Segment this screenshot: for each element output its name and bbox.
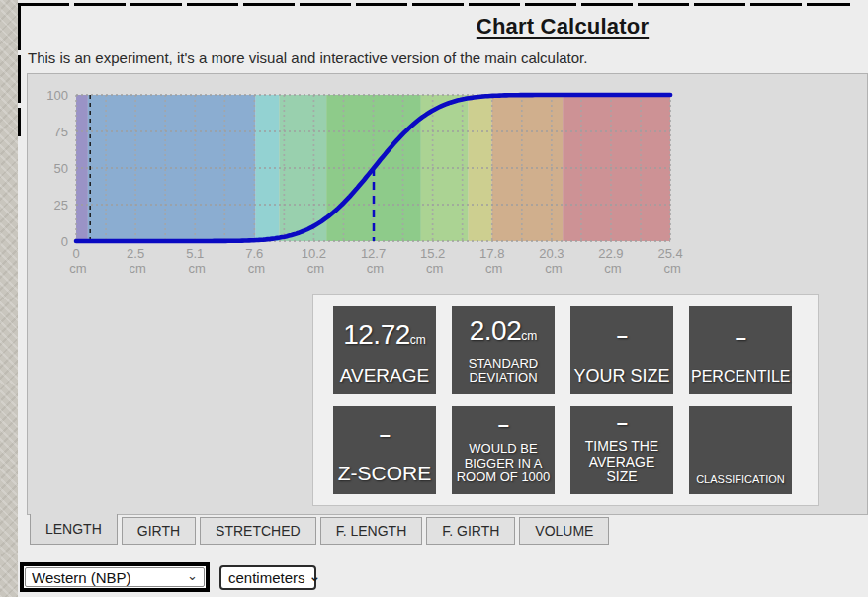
stat-average-label: AVERAGE	[333, 365, 436, 394]
svg-text:17.8: 17.8	[479, 246, 504, 261]
svg-text:cm: cm	[367, 261, 384, 276]
stat-standard-deviation-number: 2.02	[470, 315, 522, 347]
stat-average-number: 12.72	[343, 319, 410, 351]
stat-average-value: 12.72cm	[333, 306, 436, 365]
svg-text:100: 100	[46, 88, 68, 103]
stat-your-size-number: –	[617, 324, 628, 347]
svg-text:25: 25	[54, 198, 68, 213]
chart-panel: 02550751000cm2.5cm5.1cm7.6cm10.2cm12.7cm…	[27, 73, 868, 515]
tab-volume[interactable]: VOLUME	[519, 517, 609, 545]
region-select[interactable]: Western (NBP) ⌄	[25, 567, 205, 587]
svg-text:cm: cm	[129, 261, 145, 276]
stat-room-of-1000-value: –	[452, 406, 555, 442]
svg-text:75: 75	[54, 125, 68, 139]
stat-your-size: –YOUR SIZE	[570, 306, 673, 394]
dropdown-chevron-icon: ⌄	[187, 569, 198, 582]
stat-z-score-label: Z-SCORE	[333, 462, 436, 494]
stat-your-size-label: YOUR SIZE	[570, 366, 673, 394]
stat-standard-deviation-unit: cm	[521, 329, 537, 343]
svg-text:20.3: 20.3	[539, 246, 564, 261]
stat-classification-value	[689, 406, 792, 473]
stat-percentile-label: PERCENTILE	[689, 368, 792, 394]
region-select-value: Western (NBP)	[32, 569, 183, 586]
tab-stretched[interactable]: STRETCHED	[200, 517, 316, 545]
svg-text:2.5: 2.5	[127, 246, 144, 261]
stat-percentile-number: –	[736, 326, 746, 349]
svg-text:0: 0	[61, 234, 68, 249]
stat-z-score-number: –	[380, 423, 391, 446]
stat-room-of-1000-label: WOULD BE BIGGER IN A ROOM OF 1000	[452, 442, 555, 494]
stat-z-score-value: –	[333, 406, 436, 462]
svg-text:cm: cm	[663, 261, 680, 276]
tab-f-girth[interactable]: F. GIRTH	[426, 517, 515, 545]
svg-text:5.1: 5.1	[186, 246, 204, 261]
stat-standard-deviation-value: 2.02cm	[452, 306, 555, 357]
page-background: Chart Calculator This is an experiment, …	[18, 0, 868, 597]
unit-select-value: centimeters	[228, 569, 305, 586]
svg-text:cm: cm	[545, 261, 562, 276]
svg-text:cm: cm	[248, 261, 265, 276]
stats-panel: 12.72cmAVERAGE2.02cmSTANDARD DEVIATION–Y…	[312, 294, 819, 506]
tab-f-length[interactable]: F. LENGTH	[320, 517, 423, 545]
svg-text:7.6: 7.6	[245, 246, 263, 261]
page-subtitle: This is an experiment, it's a more visua…	[28, 49, 587, 66]
svg-text:0: 0	[72, 246, 79, 261]
x-axis-labels: 0cm2.5cm5.1cm7.6cm10.2cm12.7cm15.2cm17.8…	[69, 246, 682, 276]
svg-text:15.2: 15.2	[420, 246, 445, 261]
stat-z-score: –Z-SCORE	[333, 406, 436, 494]
stat-standard-deviation-label: STANDARD DEVIATION	[452, 357, 555, 394]
tab-length[interactable]: LENGTH	[30, 514, 118, 545]
region-select-focus-ring: Western (NBP) ⌄	[20, 562, 210, 592]
stat-percentile-value: –	[689, 306, 792, 368]
y-axis-labels: 0255075100	[46, 88, 68, 249]
distribution-chart[interactable]: 02550751000cm2.5cm5.1cm7.6cm10.2cm12.7cm…	[28, 74, 867, 287]
svg-text:50: 50	[54, 161, 68, 176]
stat-times-average-size-label: TIMES THE AVERAGE SIZE	[570, 439, 673, 494]
svg-text:22.9: 22.9	[598, 246, 623, 261]
stat-times-average-size-number: –	[617, 411, 628, 434]
stat-average: 12.72cmAVERAGE	[333, 306, 436, 394]
svg-text:12.7: 12.7	[361, 246, 386, 261]
stat-times-average-size: –TIMES THE AVERAGE SIZE	[570, 406, 673, 494]
unit-select[interactable]: centimeters ⌄	[219, 565, 316, 590]
svg-text:cm: cm	[69, 261, 86, 276]
svg-text:cm: cm	[189, 261, 206, 276]
tab-girth[interactable]: GIRTH	[122, 517, 196, 545]
stat-classification-label: CLASSIFICATION	[689, 473, 792, 494]
annotation-line-left	[18, 3, 21, 136]
svg-text:cm: cm	[485, 261, 502, 276]
stat-percentile: –PERCENTILE	[689, 306, 792, 394]
annotation-line-top	[18, 3, 850, 6]
stat-average-unit: cm	[410, 333, 426, 347]
svg-text:cm: cm	[426, 261, 443, 276]
dropdown-chevron-icon: ⌄	[309, 569, 321, 583]
tab-bar: LENGTHGIRTHSTRETCHEDF. LENGTHF. GIRTHVOL…	[30, 514, 609, 545]
stat-room-of-1000-number: –	[498, 413, 509, 436]
page-title: Chart Calculator	[414, 14, 711, 40]
stat-your-size-value: –	[570, 306, 673, 366]
svg-text:cm: cm	[307, 261, 324, 276]
stat-room-of-1000: –WOULD BE BIGGER IN A ROOM OF 1000	[452, 406, 555, 494]
svg-text:10.2: 10.2	[302, 246, 326, 261]
svg-text:25.4: 25.4	[657, 246, 682, 261]
stat-classification: CLASSIFICATION	[689, 406, 792, 494]
stat-standard-deviation: 2.02cmSTANDARD DEVIATION	[452, 306, 555, 394]
svg-text:cm: cm	[604, 261, 621, 276]
stat-times-average-size-value: –	[570, 406, 673, 439]
